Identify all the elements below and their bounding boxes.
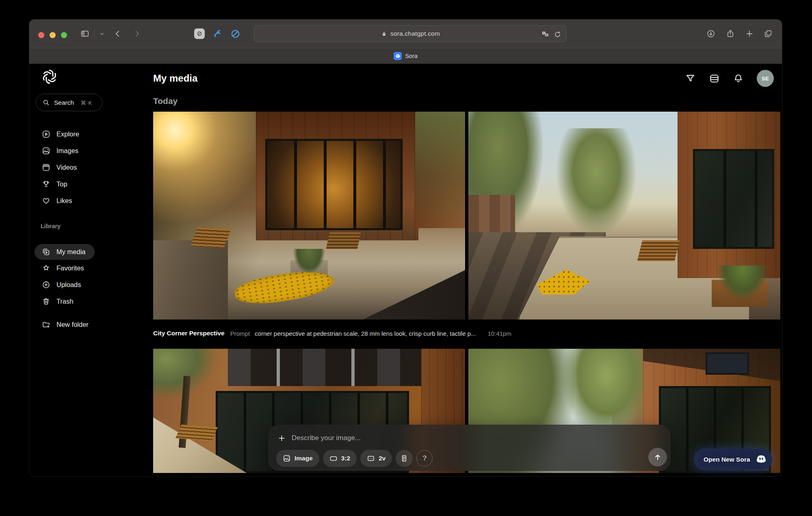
prompt-bar: Image 3:2 2v ? <box>268 425 671 471</box>
downloads-button[interactable] <box>706 28 716 39</box>
trophy-icon <box>42 180 50 188</box>
extension-runner-icon[interactable] <box>211 28 223 40</box>
sidebar-item-trash[interactable]: Trash <box>29 293 153 310</box>
page-title: My media <box>153 73 197 84</box>
prompt-text: corner perspective at pedestrian scale, … <box>255 330 476 337</box>
url-text: sora.chatgpt.com <box>390 30 440 37</box>
help-label: ? <box>422 454 427 462</box>
images-icon <box>42 147 50 155</box>
sidebar-item-explore[interactable]: Explore <box>29 126 153 142</box>
sidebar-item-likes[interactable]: Likes <box>29 192 153 209</box>
trash-icon <box>42 297 50 306</box>
prompt-label: Prompt <box>230 330 250 337</box>
search-input[interactable]: Search ⌘ K <box>36 94 102 111</box>
extension-shield-icon[interactable] <box>229 28 241 40</box>
filter-icon[interactable] <box>685 73 696 84</box>
sora-app: Search ⌘ K Explore Images Videos <box>29 64 782 476</box>
sidebar-item-label: Uploads <box>56 281 81 289</box>
star-icon <box>42 264 50 272</box>
zoom-window-button[interactable] <box>61 32 67 38</box>
aspect-ratio-icon <box>329 454 338 462</box>
variations-pill[interactable]: 2v <box>360 450 392 467</box>
media-title: City Corner Perspective <box>153 330 225 337</box>
heart-icon <box>42 196 50 205</box>
image-icon <box>283 454 291 462</box>
sidebar-item-label: My media <box>56 248 86 256</box>
prompt-input[interactable] <box>292 434 663 442</box>
openai-logo[interactable] <box>41 68 58 86</box>
sidebar-item-uploads[interactable]: Uploads <box>29 276 153 293</box>
attach-plus-button[interactable] <box>276 433 287 443</box>
sidebar-item-label: New folder <box>56 321 89 328</box>
toolbar-divider <box>94 30 95 38</box>
close-window-button[interactable] <box>38 32 44 38</box>
variations-icon <box>367 454 375 462</box>
chevron-down-icon[interactable] <box>97 28 107 39</box>
forward-button[interactable] <box>132 28 142 39</box>
sidebar-toggle-icon[interactable] <box>80 28 90 39</box>
sidebar: Search ⌘ K Explore Images Videos <box>29 64 153 476</box>
plus-circle-icon <box>42 281 50 289</box>
tab-sora[interactable]: Sora <box>405 53 418 59</box>
videos-icon <box>42 163 50 172</box>
my-media-icon <box>42 248 50 256</box>
reload-icon[interactable] <box>554 30 561 38</box>
sidebar-nav: Explore Images Videos Top <box>29 126 153 209</box>
photo-street-view-morning <box>468 112 780 320</box>
lock-icon <box>381 30 388 37</box>
presets-icon <box>400 454 408 462</box>
sidebar-item-label: Top <box>56 180 67 188</box>
sidebar-item-favorites[interactable]: Favorites <box>29 260 153 276</box>
search-label: Search <box>54 99 74 106</box>
sidebar-item-label: Explore <box>56 130 79 138</box>
page: sora.chatgpt.com <box>0 0 812 516</box>
library-section-label: Library <box>41 223 153 229</box>
search-icon <box>42 99 50 106</box>
tab-overview-button[interactable] <box>763 28 773 39</box>
sidebar-item-images[interactable]: Images <box>29 142 153 159</box>
sidebar-item-label: Favorites <box>56 264 84 272</box>
arrow-up-icon <box>653 453 662 462</box>
sidebar-item-my-media[interactable]: My media <box>35 244 95 260</box>
sidebar-item-new-folder[interactable]: New folder <box>29 316 153 333</box>
notifications-bell-icon[interactable] <box>733 73 744 84</box>
translate-icon[interactable] <box>541 30 550 39</box>
sidebar-item-label: Trash <box>56 298 74 305</box>
explore-icon <box>42 130 50 138</box>
share-button[interactable] <box>725 28 736 39</box>
media-timestamp: 10:41pm <box>488 330 511 337</box>
help-button[interactable]: ? <box>416 450 433 466</box>
open-new-sora-label: Open New Sora <box>704 456 750 463</box>
media-item-2[interactable] <box>468 112 780 320</box>
sora-favicon <box>394 52 402 60</box>
avatar[interactable]: SE <box>757 70 774 87</box>
search-shortcut: ⌘ K <box>80 99 92 106</box>
sidebar-item-label: Videos <box>56 164 77 171</box>
sidebar-library: My media Favorites Uploads Trash <box>29 244 153 333</box>
sidebar-item-videos[interactable]: Videos <box>29 159 153 176</box>
media-row-1 <box>153 112 780 320</box>
browser-window: sora.chatgpt.com <box>29 19 782 476</box>
extension-blocker-icon[interactable] <box>193 28 206 40</box>
submit-button[interactable] <box>648 448 667 466</box>
back-button[interactable] <box>113 28 123 39</box>
variations-label: 2v <box>379 455 385 462</box>
new-tab-button[interactable] <box>744 28 755 39</box>
media-caption: City Corner Perspective Prompt corner pe… <box>153 328 780 338</box>
sidebar-item-top[interactable]: Top <box>29 176 153 192</box>
address-bar[interactable]: sora.chatgpt.com <box>254 25 567 42</box>
media-item-1[interactable] <box>153 112 465 320</box>
minimize-window-button[interactable] <box>50 32 56 38</box>
sidebar-item-label: Likes <box>56 197 72 205</box>
main-header: My media SE <box>153 69 780 87</box>
media-type-label: Image <box>294 455 313 462</box>
aspect-ratio-pill[interactable]: 3:2 <box>323 450 357 467</box>
open-new-sora-button[interactable]: Open New Sora <box>694 449 772 470</box>
tab-bar: Sora <box>29 48 782 64</box>
aspect-ratio-label: 3:2 <box>341 455 350 462</box>
media-type-pill[interactable]: Image <box>276 450 319 467</box>
section-label-today: Today <box>153 96 780 106</box>
list-view-icon[interactable] <box>709 73 720 84</box>
presets-button[interactable] <box>396 450 413 467</box>
sidebar-item-label: Images <box>56 147 78 155</box>
